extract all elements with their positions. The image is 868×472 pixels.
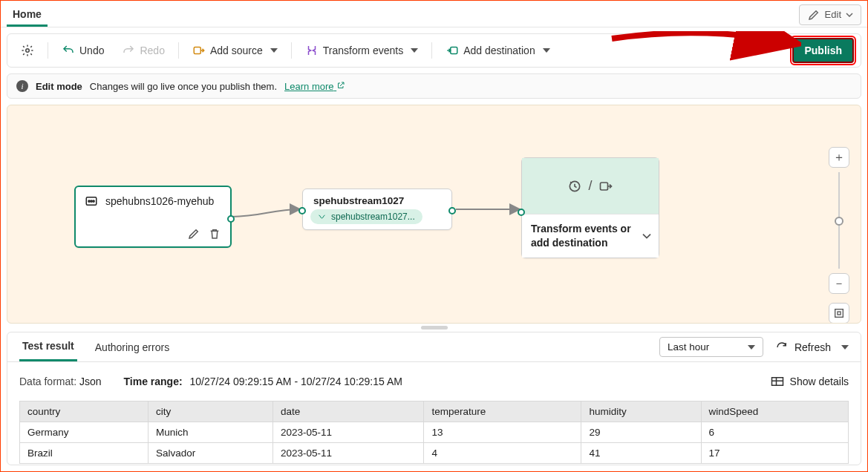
toolbar: Undo Redo Add source Transform events Ad… (7, 33, 861, 68)
svg-rect-9 (835, 309, 843, 318)
results-table: countrycitydatetemperaturehumiditywindSp… (19, 401, 849, 464)
separator (48, 42, 48, 59)
add-source-icon (192, 44, 206, 57)
transform-events-button[interactable]: Transform events (298, 39, 425, 62)
redo-button[interactable]: Redo (114, 39, 172, 62)
column-header[interactable]: temperature (424, 401, 581, 422)
undo-icon (62, 44, 75, 57)
destination-node[interactable]: / Transform events or add destination (521, 157, 659, 258)
tab-authoring-errors[interactable]: Authoring errors (92, 334, 172, 361)
svg-rect-8 (600, 183, 607, 190)
zoom-slider-handle[interactable] (835, 217, 843, 226)
data-format-value: Json (79, 376, 102, 387)
gear-icon (21, 44, 34, 57)
stream-node[interactable]: spehubstream1027 spehubstream1027... (302, 189, 452, 230)
source-node-label: spehubns1026-myehub (105, 195, 214, 207)
svg-rect-1 (194, 47, 200, 54)
edit-button-label: Edit (825, 9, 841, 20)
time-range-select[interactable]: Last hour (659, 337, 763, 357)
details-icon (771, 376, 784, 387)
connector-output[interactable] (227, 215, 235, 223)
undo-label: Undo (79, 45, 104, 56)
canvas[interactable]: spehubns1026-myehub spehubstream1027 spe… (7, 105, 861, 324)
time-range-select-value: Last hour (668, 341, 709, 353)
refresh-label: Refresh (794, 341, 831, 353)
column-header[interactable]: humidity (581, 401, 701, 422)
external-link-icon (336, 81, 345, 90)
settings-button[interactable] (13, 39, 42, 62)
show-details-label: Show details (790, 376, 849, 387)
publish-button[interactable]: Publish (792, 38, 854, 63)
svg-point-0 (26, 49, 30, 53)
separator (291, 42, 292, 59)
show-details-button[interactable]: Show details (771, 376, 849, 387)
table-cell: Salvador (148, 443, 273, 464)
chevron-down-icon (642, 229, 651, 243)
column-header[interactable]: country (20, 401, 149, 422)
redo-label: Redo (140, 45, 164, 56)
undo-button[interactable]: Undo (54, 39, 111, 62)
destination-label-area[interactable]: Transform events or add destination (522, 214, 659, 258)
svg-point-5 (91, 200, 92, 202)
slash: / (588, 178, 592, 194)
svg-point-4 (88, 200, 90, 202)
add-destination-icon (446, 44, 459, 57)
destination-icon-area: / (522, 158, 659, 214)
zoom-slider-track[interactable] (838, 172, 840, 269)
svg-rect-10 (838, 312, 841, 315)
pencil-icon (807, 8, 820, 22)
learn-more-link[interactable]: Learn more (284, 81, 345, 92)
add-destination-button[interactable]: Add destination (438, 39, 558, 62)
connector-input[interactable] (298, 207, 306, 214)
edge-stream-to-dest (456, 207, 524, 213)
destination-label: Transform events or add destination (531, 223, 631, 249)
stream-pill-label: spehubstream1027... (331, 212, 415, 222)
add-source-button[interactable]: Add source (185, 39, 285, 62)
column-header[interactable]: windSpeed (701, 401, 849, 422)
splitter-handle[interactable] (1, 324, 867, 332)
column-header[interactable]: date (273, 401, 424, 422)
chevron-down-icon (270, 48, 278, 53)
fit-icon (833, 307, 845, 319)
table-cell: 29 (581, 422, 701, 443)
refresh-icon (775, 341, 789, 354)
chevron-down-icon (411, 48, 418, 53)
edit-mode-title: Edit mode (36, 81, 82, 92)
table-cell: 17 (701, 443, 849, 464)
table-cell: Germany (20, 422, 149, 443)
stream-node-title: spehubstream1027 (313, 195, 444, 206)
stream-icon (318, 212, 327, 221)
edge-src-to-stream (232, 209, 306, 230)
trash-icon[interactable] (208, 227, 221, 240)
fit-to-screen-button[interactable] (829, 303, 849, 324)
connector-output[interactable] (448, 207, 456, 214)
add-destination-label: Add destination (463, 45, 535, 56)
transform-icon (305, 44, 319, 57)
chevron-down-icon[interactable] (841, 345, 849, 350)
table-row[interactable]: BrazilSalvador2023-05-1144117 (20, 443, 849, 464)
table-cell: 41 (581, 443, 701, 464)
connector-input[interactable] (518, 209, 525, 216)
zoom-out-button[interactable]: － (829, 273, 849, 294)
stream-node-pill: spehubstream1027... (310, 209, 422, 224)
svg-point-6 (93, 200, 94, 202)
source-node[interactable]: spehubns1026-myehub (74, 186, 232, 248)
transform-label: Transform events (323, 45, 403, 56)
column-header[interactable]: city (148, 401, 273, 422)
separator (431, 42, 432, 59)
chevron-down-icon (748, 345, 755, 350)
time-range-value: 10/27/24 09:29:15 AM - 10/27/24 10:29:15… (190, 376, 402, 387)
refresh-button[interactable]: Refresh (771, 338, 835, 357)
table-row[interactable]: GermanyMunich2023-05-1113296 (20, 422, 849, 443)
info-icon: i (16, 80, 28, 92)
pencil-icon[interactable] (187, 227, 200, 240)
tab-home[interactable]: Home (7, 2, 48, 27)
table-cell: 4 (424, 443, 581, 464)
table-cell: 13 (424, 422, 581, 443)
table-cell: 2023-05-11 (273, 422, 424, 443)
edit-button[interactable]: Edit (799, 4, 861, 25)
table-cell: Brazil (20, 443, 149, 464)
tab-test-result[interactable]: Test result (19, 332, 77, 361)
add-source-label: Add source (210, 45, 263, 56)
zoom-in-button[interactable]: ＋ (829, 147, 849, 168)
